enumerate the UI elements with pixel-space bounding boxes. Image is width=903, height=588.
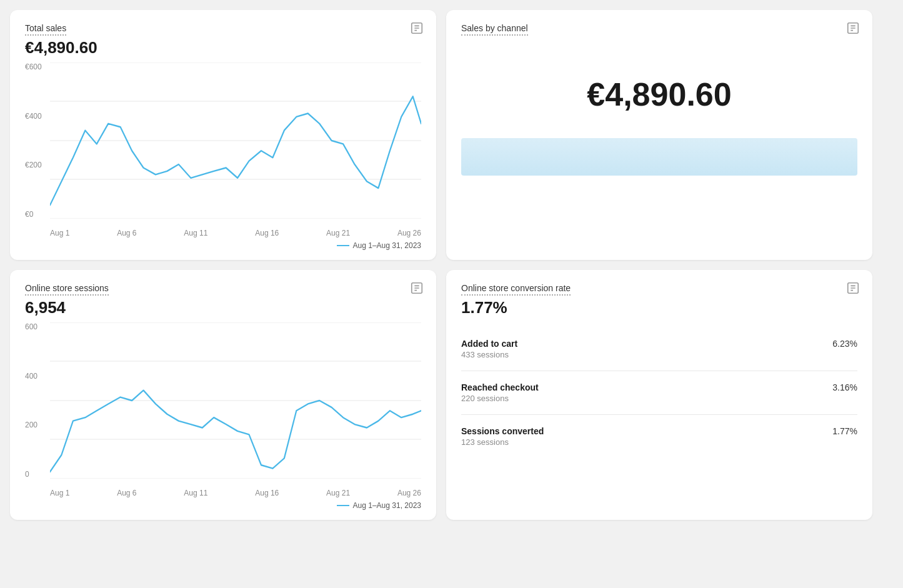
total-sales-legend-text: Aug 1–Aug 31, 2023 [353,241,421,250]
conversion-row: Reached checkout 220 sessions 3.16% [461,371,857,414]
sales-by-channel-value: €4,890.60 [461,76,857,113]
online-sessions-legend: Aug 1–Aug 31, 2023 [25,501,421,510]
total-sales-x-labels: Aug 1 Aug 6 Aug 11 Aug 16 Aug 21 Aug 26 [50,229,421,237]
total-sales-legend: Aug 1–Aug 31, 2023 [25,241,421,250]
conversion-row-sub: 220 sessions [461,394,539,403]
conversion-rate-card: Online store conversion rate 1.77% Added… [446,270,872,520]
conversion-row-label: Sessions converted [461,426,544,436]
conversion-row-pct: 6.23% [832,339,857,349]
sales-by-channel-card: Sales by channel €4,890.60 [446,10,872,260]
conversion-rate-value: 1.77% [461,298,857,317]
legend-line-icon [337,245,349,246]
conversion-rows-container: Added to cart 433 sessions 6.23% Reached… [461,327,857,458]
dashboard-grid: Total sales €4,890.60 €600 €400 €200 €0 [10,10,872,520]
conversion-row-pct: 3.16% [832,382,857,392]
sales-by-channel-report-icon[interactable] [846,21,860,35]
online-sessions-report-icon[interactable] [410,281,424,295]
online-sessions-chart-area [50,322,421,479]
conversion-row-label: Added to cart [461,339,517,349]
online-sessions-y-labels: 600 400 200 0 [25,322,50,479]
total-sales-report-icon[interactable] [410,21,424,35]
conversion-row-sub: 123 sessions [461,437,544,447]
sales-by-channel-bar [461,138,857,176]
conversion-row-info: Reached checkout 220 sessions [461,382,539,403]
total-sales-chart-area [50,62,421,219]
conversion-row-info: Added to cart 433 sessions [461,339,517,359]
total-sales-title: Total sales [25,23,66,36]
online-sessions-card: Online store sessions 6,954 600 400 200 … [10,270,436,520]
total-sales-value: €4,890.60 [25,38,421,57]
sales-by-channel-title: Sales by channel [461,23,528,36]
conversion-row-info: Sessions converted 123 sessions [461,426,544,447]
conversion-row-sub: 433 sessions [461,350,517,359]
legend-line-icon [337,505,349,506]
online-sessions-value: 6,954 [25,298,421,317]
conversion-row: Added to cart 433 sessions 6.23% [461,327,857,371]
online-sessions-x-labels: Aug 1 Aug 6 Aug 11 Aug 16 Aug 21 Aug 26 [50,489,421,497]
conversion-rate-report-icon[interactable] [846,281,860,295]
conversion-row-label: Reached checkout [461,382,539,392]
conversion-row: Sessions converted 123 sessions 1.77% [461,414,857,458]
total-sales-chart: €600 €400 €200 €0 Aug 1 Au [25,62,421,237]
online-sessions-legend-text: Aug 1–Aug 31, 2023 [353,501,421,510]
online-sessions-title: Online store sessions [25,283,109,296]
conversion-row-pct: 1.77% [832,426,857,436]
total-sales-card: Total sales €4,890.60 €600 €400 €200 €0 [10,10,436,260]
conversion-rate-title: Online store conversion rate [461,283,571,296]
total-sales-y-labels: €600 €400 €200 €0 [25,62,50,219]
online-sessions-chart: 600 400 200 0 Aug 1 Aug 6 [25,322,421,497]
